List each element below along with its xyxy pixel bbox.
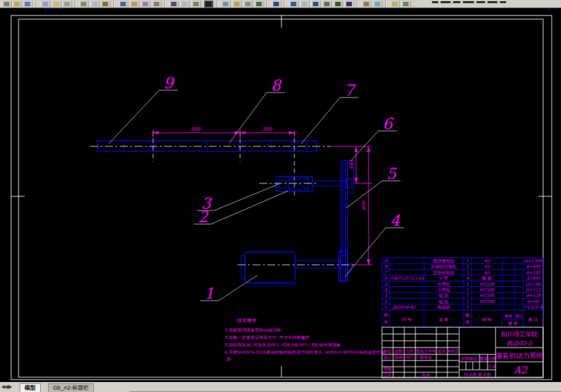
bom-row[interactable]: 5 大带轮 1 HT200 D=796 xyxy=(384,282,541,287)
technical-requirements[interactable]: 技术要求 1.装配前清洗各零件的油污物 2.装配一定要保证安装尺寸, 尺寸不得有… xyxy=(225,318,384,362)
balloon-number[interactable]: 1 xyxy=(204,285,214,302)
tab-model[interactable]: 模型 xyxy=(20,383,41,392)
toolbar-icon[interactable] xyxy=(272,1,281,7)
toolbar-icon[interactable] xyxy=(191,1,201,7)
toolbar-icon[interactable] xyxy=(118,1,128,7)
bom-row[interactable]: 8 从动轮传动轮 1 45 d=400 xyxy=(384,264,541,269)
tb-docno-label: 更改文件号 xyxy=(416,349,436,354)
balloon-number[interactable]: 5 xyxy=(386,165,397,183)
dim-text[interactable]: 300 xyxy=(262,127,272,132)
tech-req-line: 滑 xyxy=(226,357,231,362)
dim-text[interactable]: 600 xyxy=(361,200,367,210)
bom-row[interactable]: 4 小带轮 1 HT200 D=112 xyxy=(384,288,541,293)
balloon-7[interactable]: 7 xyxy=(301,81,359,144)
sheet-frame[interactable] xyxy=(11,15,552,380)
toolbar-icon[interactable] xyxy=(373,1,383,7)
balloon-number[interactable]: 6 xyxy=(383,115,394,133)
tb-check-label: 审核 xyxy=(384,367,393,372)
tab-nav-arrows-icon[interactable]: ◀◀ ▶ xyxy=(1,384,12,390)
toolbar-icon[interactable] xyxy=(289,1,299,7)
toolbar-icon[interactable] xyxy=(221,1,231,7)
toolbar-text-fragment xyxy=(432,1,438,3)
toolbar-icon[interactable] xyxy=(52,1,62,7)
toolbar-icon[interactable] xyxy=(204,1,214,7)
toolbar-icon[interactable] xyxy=(254,1,264,7)
tab-layout[interactable]: Gb_A2-标题栏 xyxy=(48,383,94,392)
toolbar-text-fragment xyxy=(500,1,506,3)
balloon-number[interactable]: 7 xyxy=(344,81,356,99)
bom-cell-qty: 1 xyxy=(466,282,468,287)
tb-approve-label: 批准 xyxy=(422,373,431,378)
bom-cell-remark: d=200 xyxy=(526,270,541,275)
tb-sheet-count: 共 2张 第 2张 xyxy=(463,372,491,377)
toolbar-icon[interactable] xyxy=(41,1,51,7)
toolbar-icon[interactable] xyxy=(23,1,33,7)
toolbar-icon[interactable] xyxy=(322,1,332,7)
toolbar-icon[interactable] xyxy=(90,1,100,7)
balloon-labels[interactable]: 9 8 7 6 5 4 3 2 xyxy=(109,74,404,302)
toolbar-icon[interactable] xyxy=(401,1,411,7)
balloon-4[interactable]: 4 xyxy=(345,212,404,277)
bom-cell-remark: D=112 xyxy=(526,288,541,293)
drive-shaft-upper[interactable] xyxy=(312,181,341,186)
toolbar-icon[interactable] xyxy=(79,1,89,7)
bom-cell-qty: 1 xyxy=(466,299,468,304)
title-block[interactable]: 标记 处数 分区 更改文件号 签名 年月日 设计 陈峰 2007.5 标准化 审… xyxy=(382,327,543,378)
pulley-hub[interactable] xyxy=(346,179,352,188)
sheet-tab-bar[interactable]: ◀◀ ▶ 模型 Gb_A2-标题栏 xyxy=(0,382,561,392)
toolbar-icon[interactable] xyxy=(311,1,321,7)
dim-text[interactable]: 800 xyxy=(191,127,201,132)
toolbar-icon[interactable] xyxy=(101,1,110,7)
bom-cell-code: GB/T13575.1-92 xyxy=(391,276,425,281)
gearbox-unit[interactable] xyxy=(259,177,318,191)
toolbar-icon[interactable] xyxy=(344,1,354,7)
motor-shaft[interactable] xyxy=(295,261,340,268)
toolbar-icon[interactable] xyxy=(180,1,190,7)
balloon-3[interactable]: 3 xyxy=(197,184,279,212)
bom-cell-no: 2 xyxy=(384,299,388,304)
toolbar-icon[interactable] xyxy=(243,1,253,7)
bom-row[interactable]: 3 链 轮 1 HT200 d=528 xyxy=(384,293,541,298)
toolbar-icon[interactable] xyxy=(130,1,139,7)
bom-cell-remark: d=528 xyxy=(526,293,541,298)
dimension-horizontal[interactable]: 800 300 xyxy=(153,127,294,141)
bom-cell-name: 大带轮 xyxy=(438,282,451,287)
toolbar-icon[interactable] xyxy=(152,1,162,7)
motor-assembly[interactable] xyxy=(238,251,354,287)
balloon-6[interactable]: 6 xyxy=(351,115,397,161)
balloon-number[interactable]: 9 xyxy=(164,74,175,92)
toolbar-icon[interactable] xyxy=(300,1,310,7)
bom-header-qty: 量 xyxy=(465,320,470,325)
tech-req-title: 技术要求 xyxy=(236,318,257,323)
toolbar-icon[interactable] xyxy=(2,1,12,7)
bom-cell-material: HT200 xyxy=(480,282,495,287)
bom-row[interactable]: GB/T13575.1-92 V 带 6 4 橡 胶 A1800 xyxy=(384,276,541,281)
toolbar-text-fragment xyxy=(441,1,451,3)
bom-table[interactable]: 序 号 代 号 名 称 数 量 材 料 单件 总计 重 量 备 注 9 搅拌驱动… xyxy=(382,258,543,328)
balloon-1[interactable]: 1 xyxy=(200,275,257,302)
toolbar[interactable] xyxy=(0,0,561,8)
toolbar-icon[interactable] xyxy=(169,1,179,7)
toolbar-icon[interactable] xyxy=(390,1,400,7)
balloon-number[interactable]: 2 xyxy=(198,208,209,226)
balloon-number[interactable]: 8 xyxy=(271,77,282,94)
toolbar-icon[interactable] xyxy=(12,1,22,7)
toolbar-icon[interactable] xyxy=(333,1,343,7)
toolbar-icon[interactable] xyxy=(232,1,242,7)
toolbar-icon[interactable] xyxy=(62,1,72,7)
conveyor-assembly[interactable] xyxy=(90,131,331,196)
balloon-5[interactable]: 5 xyxy=(346,165,401,208)
drawing-canvas[interactable]: 800 300 444 600 xyxy=(0,0,561,392)
toolbar-icon[interactable] xyxy=(141,1,151,7)
title-block-right: 四川理工学院 机自03-3 灌装机动力系统 A2 xyxy=(496,331,543,376)
dimension-vertical[interactable]: 444 600 xyxy=(331,146,372,265)
bom-cell-name: 链 轮 xyxy=(438,293,449,298)
balloon-9[interactable]: 9 xyxy=(109,74,178,144)
tb-stage-label: 阶段标记 xyxy=(461,356,478,361)
toolbar-separator xyxy=(114,0,115,7)
balloon-number[interactable]: 4 xyxy=(390,212,401,230)
toolbar-icon[interactable] xyxy=(362,1,372,7)
bom-row[interactable]: 2 链 轮 1 HT200 d=80 xyxy=(384,299,539,304)
toolbar-separator xyxy=(284,0,285,7)
bom-row[interactable]: 7 主动传动轮 1 45 d=200 xyxy=(384,270,541,275)
